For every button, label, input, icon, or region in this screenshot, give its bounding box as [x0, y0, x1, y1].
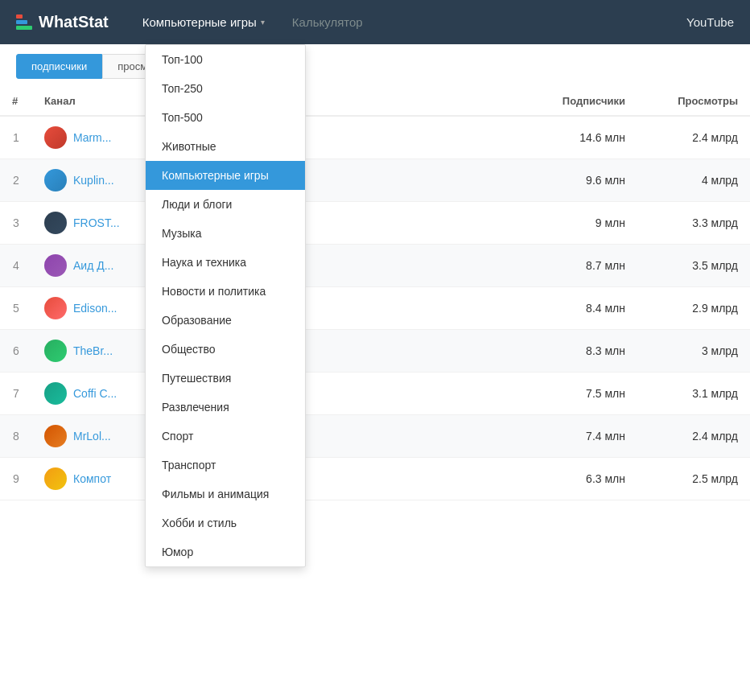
rank-cell: 2: [0, 159, 32, 202]
views-cell: 2.5 млрд: [637, 458, 750, 500]
rank-cell: 8: [0, 415, 32, 458]
col-rank: #: [0, 87, 32, 116]
table-row: 5 Edison... 8.4 млн 2.9 млрд: [0, 287, 750, 330]
nav-item-label: Компьютерные игры: [142, 15, 257, 29]
avatar: [44, 297, 67, 319]
youtube-link[interactable]: YouTube: [686, 15, 734, 29]
avatar: [44, 212, 67, 234]
nav-menu: Компьютерные игры ▾ Калькулятор: [133, 9, 686, 35]
dropdown-item-transport[interactable]: Транспорт: [146, 451, 305, 480]
nav-item-calculator[interactable]: Калькулятор: [282, 9, 373, 35]
channel-name-link[interactable]: FROST...: [73, 216, 120, 229]
table-row: 8 MrLol... 7.4 млн 2.4 млрд: [0, 415, 750, 458]
subs-cell: 8.3 млн: [525, 330, 637, 373]
table-row: 2 Kuplin... 9.6 млн 4 млрд: [0, 159, 750, 202]
channel-name-link[interactable]: Edison...: [73, 302, 117, 315]
table-row: 6 TheBr... 8.3 млн 3 млрд: [0, 330, 750, 373]
rank-cell: 1: [0, 116, 32, 159]
views-cell: 2.9 млрд: [637, 287, 750, 330]
views-cell: 3.3 млрд: [637, 202, 750, 245]
nav-item-computer-games[interactable]: Компьютерные игры ▾: [133, 9, 274, 35]
dropdown-item-entertainment[interactable]: Развлечения: [146, 393, 305, 422]
dropdown-item-top100[interactable]: Топ-100: [146, 45, 305, 74]
dropdown-item-society[interactable]: Общество: [146, 335, 305, 364]
avatar: [44, 382, 67, 405]
rank-cell: 3: [0, 202, 32, 245]
rank-cell: 4: [0, 245, 32, 287]
subs-cell: 14.6 млн: [525, 116, 637, 159]
channel-name-link[interactable]: TheBr...: [73, 344, 113, 357]
tabs-area: подписчики просмотры: [0, 44, 750, 79]
rank-cell: 5: [0, 287, 32, 330]
rankings-table: # Канал Подписчики Просмотры 1 Marm... 1…: [0, 87, 750, 500]
dropdown-item-films[interactable]: Фильмы и анимация: [146, 480, 305, 500]
subs-cell: 7.5 млн: [525, 373, 637, 415]
avatar: [44, 169, 67, 191]
table-row: 4 Аид Д... 8.7 млн 3.5 млрд: [0, 245, 750, 287]
dropdown-item-sport[interactable]: Спорт: [146, 422, 305, 451]
dropdown-item-education[interactable]: Образование: [146, 306, 305, 335]
chevron-down-icon: ▾: [261, 18, 265, 27]
views-cell: 2.4 млрд: [637, 116, 750, 159]
rank-cell: 9: [0, 458, 32, 500]
col-subscribers: Подписчики: [525, 87, 637, 116]
views-cell: 3.1 млрд: [637, 373, 750, 415]
avatar: [44, 254, 67, 277]
dropdown-item-science[interactable]: Наука и техника: [146, 248, 305, 277]
rank-cell: 7: [0, 373, 32, 415]
table-row: 3 FROST... 9 млн 3.3 млрд: [0, 202, 750, 245]
dropdown-item-news[interactable]: Новости и политика: [146, 277, 305, 306]
nav-item-label: Калькулятор: [292, 15, 363, 29]
dropdown-item-people[interactable]: Люди и блоги: [146, 190, 305, 219]
channel-name-link[interactable]: Аид Д...: [73, 259, 113, 272]
table-row: 9 Компот 6.3 млн 2.5 млрд: [0, 458, 750, 500]
avatar: [44, 467, 67, 490]
category-dropdown: Топ-100 Топ-250 Топ-500 Животные Компьют…: [145, 44, 306, 500]
views-cell: 3.5 млрд: [637, 245, 750, 287]
dropdown-item-top500[interactable]: Топ-500: [146, 103, 305, 132]
dropdown-item-animals[interactable]: Животные: [146, 132, 305, 161]
channel-name-link[interactable]: Coffi C...: [73, 387, 117, 400]
dropdown-item-travel[interactable]: Путешествия: [146, 364, 305, 393]
dropdown-item-music[interactable]: Музыка: [146, 219, 305, 248]
table-header-row: # Канал Подписчики Просмотры: [0, 87, 750, 116]
channel-name-link[interactable]: Marm...: [73, 131, 111, 144]
logo-icon: [16, 14, 32, 30]
channel-name-link[interactable]: MrLol...: [73, 430, 111, 443]
subs-cell: 6.3 млн: [525, 458, 637, 500]
col-views: Просмотры: [637, 87, 750, 116]
logo-text: WhatStat: [39, 13, 109, 31]
table-row: 7 Coffi C... 7.5 млн 3.1 млрд: [0, 373, 750, 415]
table-row: 1 Marm... 14.6 млн 2.4 млрд: [0, 116, 750, 159]
subs-cell: 9 млн: [525, 202, 637, 245]
subs-cell: 7.4 млн: [525, 415, 637, 458]
subs-cell: 8.7 млн: [525, 245, 637, 287]
avatar: [44, 340, 67, 362]
dropdown-item-top250[interactable]: Топ-250: [146, 74, 305, 103]
tab-subscribers[interactable]: подписчики: [16, 54, 102, 79]
avatar: [44, 126, 67, 149]
subs-cell: 8.4 млн: [525, 287, 637, 330]
rank-cell: 6: [0, 330, 32, 373]
channel-name-link[interactable]: Kuplin...: [73, 174, 114, 187]
views-cell: 2.4 млрд: [637, 415, 750, 458]
views-cell: 4 млрд: [637, 159, 750, 202]
header: WhatStat Компьютерные игры ▾ Калькулятор…: [0, 0, 750, 44]
avatar: [44, 425, 67, 447]
views-cell: 3 млрд: [637, 330, 750, 373]
subs-cell: 9.6 млн: [525, 159, 637, 202]
rankings-table-container: # Канал Подписчики Просмотры 1 Marm... 1…: [0, 79, 750, 500]
logo: WhatStat: [16, 13, 109, 31]
channel-name-link[interactable]: Компот: [73, 472, 111, 485]
dropdown-item-games[interactable]: Компьютерные игры: [146, 161, 305, 190]
